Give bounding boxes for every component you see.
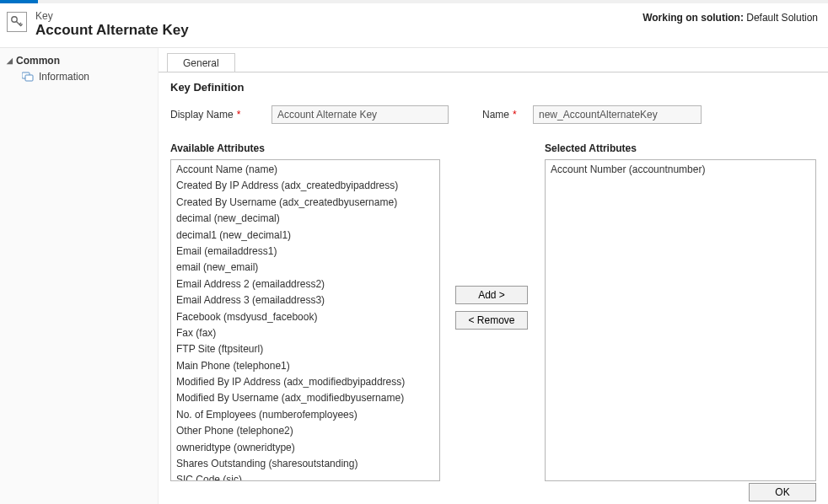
- name-label: Name*: [482, 109, 524, 121]
- caret-down-icon: ◢: [7, 56, 13, 65]
- sidebar-item-information[interactable]: Information: [0, 68, 158, 85]
- list-item[interactable]: Modified By Username (adx_modifiedbyuser…: [175, 390, 436, 406]
- list-item[interactable]: SIC Code (sic): [175, 472, 436, 481]
- tab-general[interactable]: General: [167, 53, 235, 72]
- list-item[interactable]: Account Name (name): [175, 162, 436, 178]
- page-header: Key Account Alternate Key Working on sol…: [0, 3, 828, 48]
- list-item[interactable]: Facebook (msdyusd_facebook): [175, 309, 436, 325]
- available-attributes-title: Available Attributes: [170, 142, 440, 154]
- remove-button[interactable]: < Remove: [455, 311, 528, 330]
- svg-rect-5: [25, 75, 33, 81]
- page-title: Account Alternate Key: [35, 22, 643, 39]
- display-name-label: Display Name*: [170, 109, 263, 121]
- svg-line-3: [21, 24, 23, 26]
- list-item[interactable]: Fax (fax): [175, 325, 436, 341]
- list-item[interactable]: Email Address 3 (emailaddress3): [175, 292, 436, 308]
- key-icon: [7, 12, 27, 32]
- list-item[interactable]: Created By Username (adx_createdbyuserna…: [175, 195, 436, 211]
- sidebar-group-label: Common: [16, 55, 60, 67]
- add-button[interactable]: Add >: [455, 286, 528, 304]
- selected-attributes-title: Selected Attributes: [545, 142, 816, 154]
- sidebar-group-common[interactable]: ◢ Common: [0, 53, 158, 68]
- list-item[interactable]: Email Address 2 (emailaddress2): [175, 276, 436, 292]
- sidebar: ◢ Common Information: [0, 48, 159, 504]
- list-item[interactable]: Modified By IP Address (adx_modifiedbyip…: [175, 374, 436, 390]
- list-item[interactable]: decimal1 (new_decimal1): [175, 228, 436, 244]
- display-name-input[interactable]: [272, 105, 449, 124]
- selected-attributes-listbox[interactable]: Account Number (accountnumber): [545, 159, 816, 481]
- sidebar-item-label: Information: [39, 71, 89, 83]
- list-item[interactable]: No. of Employees (numberofemployees): [175, 407, 436, 423]
- list-item[interactable]: decimal (new_decimal): [175, 211, 436, 227]
- list-item[interactable]: Email (emailaddress1): [175, 244, 436, 260]
- list-item[interactable]: Shares Outstanding (sharesoutstanding): [175, 456, 436, 472]
- list-item[interactable]: FTP Site (ftpsiteurl): [175, 341, 436, 357]
- solution-context: Working on solution: Default Solution: [643, 12, 818, 24]
- tab-strip: General: [167, 53, 828, 72]
- list-item[interactable]: Main Phone (telephone1): [175, 358, 436, 374]
- list-item[interactable]: email (new_email): [175, 260, 436, 276]
- list-item[interactable]: Other Phone (telephone2): [175, 423, 436, 439]
- information-icon: [22, 72, 34, 82]
- list-item[interactable]: Created By IP Address (adx_createdbyipad…: [175, 178, 436, 194]
- section-title: Key Definition: [170, 81, 816, 94]
- list-item[interactable]: owneridtype (owneridtype): [175, 440, 436, 456]
- tab-panel-general: Key Definition Display Name* Name*: [159, 72, 828, 504]
- name-input[interactable]: [533, 105, 702, 124]
- ok-button[interactable]: OK: [749, 483, 816, 501]
- list-item[interactable]: Account Number (accountnumber): [549, 162, 812, 178]
- available-attributes-listbox[interactable]: Account Name (name)Created By IP Address…: [170, 159, 440, 481]
- svg-line-2: [19, 23, 21, 24]
- entity-type-label: Key: [35, 10, 643, 22]
